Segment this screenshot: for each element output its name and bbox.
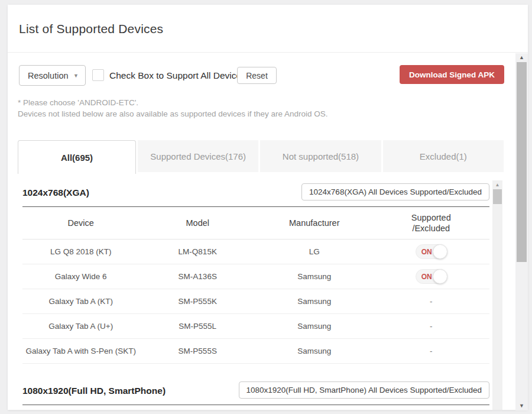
- toggle-on-label: ON: [421, 273, 432, 281]
- toggle-knob-icon: [433, 244, 447, 259]
- reset-button[interactable]: Reset: [237, 67, 277, 84]
- manufacturer-cell: LG: [256, 240, 373, 264]
- model-cell: SM-P555K: [140, 289, 257, 313]
- device-cell: Galaxy Tab A (KT): [22, 289, 140, 313]
- page-title: List of Supported Devices: [19, 22, 163, 36]
- note-line-1: * Please choose 'ANDROID-ETC'.: [18, 97, 328, 108]
- tab-all[interactable]: All(695): [18, 140, 136, 174]
- table-row: Galaxy Wide 6 SM-A136S Samsung ON: [22, 264, 489, 289]
- note-line-2: Devices not listed below are also availa…: [18, 108, 328, 119]
- device-cell: Galaxy Tab A (U+): [22, 314, 140, 338]
- support-all-checkbox-label: Check Box to Support All Devices: [109, 70, 246, 81]
- resolution-dropdown-label: Resolution: [28, 71, 69, 80]
- toggle-on-label: ON: [421, 248, 432, 256]
- tab-not-supported[interactable]: Not supported(518): [260, 140, 381, 172]
- scroll-up-icon[interactable]: ▲: [515, 54, 528, 60]
- supported-devices-panel: List of Supported Devices Resolution ▼ C…: [8, 5, 528, 410]
- manufacturer-cell: Samsung: [256, 339, 373, 363]
- support-state-dash: -: [430, 297, 433, 306]
- supported-cell: ON: [373, 240, 490, 264]
- model-cell: LM-Q815K: [140, 240, 257, 264]
- model-cell: SM-P555L: [140, 314, 257, 338]
- table-top-border-full-hd: [22, 405, 489, 405]
- scroll-down-icon[interactable]: ▼: [515, 403, 528, 409]
- tab-excluded[interactable]: Excluded(1): [383, 140, 504, 172]
- supported-cell: -: [373, 339, 490, 363]
- section-title-full-hd: 1080x1920(Full HD, SmartPhone): [22, 386, 166, 396]
- model-cell: SM-A136S: [140, 264, 257, 289]
- scroll-up-icon[interactable]: ▲: [492, 182, 502, 187]
- supported-cell: -: [373, 314, 490, 338]
- list-scrollbar[interactable]: ▲: [492, 180, 502, 410]
- table-row: Galaxy Tab A with S-Pen (SKT) SM-P555S S…: [22, 339, 489, 364]
- support-state-dash: -: [430, 347, 433, 355]
- table-header-row: Device Model Manufacturer Supported /Exc…: [22, 207, 489, 240]
- table-row: Galaxy Tab A (KT) SM-P555K Samsung -: [22, 289, 489, 314]
- manufacturer-cell: Samsung: [256, 264, 373, 289]
- header-divider: [8, 52, 528, 53]
- chevron-down-icon: ▼: [73, 73, 79, 79]
- toggle-knob-icon: [433, 269, 447, 284]
- column-header-manufacturer: Manufacturer: [256, 218, 373, 228]
- device-filter-tabs: All(695) Supported Devices(176) Not supp…: [18, 140, 504, 172]
- device-cell: LG Q8 2018 (KT): [22, 240, 140, 264]
- column-header-device: Device: [22, 218, 140, 228]
- support-all-checkbox[interactable]: [92, 69, 104, 81]
- page-scrollbar[interactable]: ▲ ▼: [515, 53, 528, 410]
- column-header-supported-excluded: Supported /Excluded: [373, 212, 490, 234]
- table-row: Galaxy Tab A (U+) SM-P555L Samsung -: [22, 314, 489, 339]
- supported-cell: -: [373, 289, 490, 313]
- tab-supported-devices[interactable]: Supported Devices(176): [138, 140, 258, 172]
- support-state-dash: -: [430, 322, 433, 331]
- support-toggle[interactable]: ON: [416, 269, 447, 284]
- bulk-supported-excluded-button-full-hd[interactable]: 1080x1920(Full HD, SmartPhone) All Devic…: [239, 381, 489, 399]
- model-cell: SM-P555S: [140, 339, 257, 363]
- support-toggle[interactable]: ON: [416, 244, 447, 259]
- column-header-model: Model: [140, 218, 257, 228]
- section-title-xga: 1024x768(XGA): [22, 187, 89, 198]
- device-table-xga: Device Model Manufacturer Supported /Exc…: [22, 206, 489, 364]
- resolution-dropdown[interactable]: Resolution ▼: [19, 65, 86, 86]
- column-header-supported-line1: Supported: [373, 212, 490, 223]
- table-row: LG Q8 2018 (KT) LM-Q815K LG ON: [22, 240, 489, 264]
- download-signed-apk-button[interactable]: Download Signed APK: [400, 65, 504, 84]
- list-scrollbar-thumb[interactable]: [493, 189, 502, 204]
- supported-cell: ON: [373, 264, 490, 289]
- device-cell: Galaxy Tab A with S-Pen (SKT): [22, 339, 140, 363]
- device-cell: Galaxy Wide 6: [22, 264, 140, 289]
- manufacturer-cell: Samsung: [256, 314, 373, 338]
- notes: * Please choose 'ANDROID-ETC'. Devices n…: [18, 97, 328, 119]
- page-scrollbar-thumb[interactable]: [517, 62, 527, 262]
- manufacturer-cell: Samsung: [256, 289, 373, 313]
- column-header-supported-line2: /Excluded: [373, 223, 490, 234]
- bulk-supported-excluded-button-xga[interactable]: 1024x768(XGA) All Devices Supported/Excl…: [301, 183, 489, 200]
